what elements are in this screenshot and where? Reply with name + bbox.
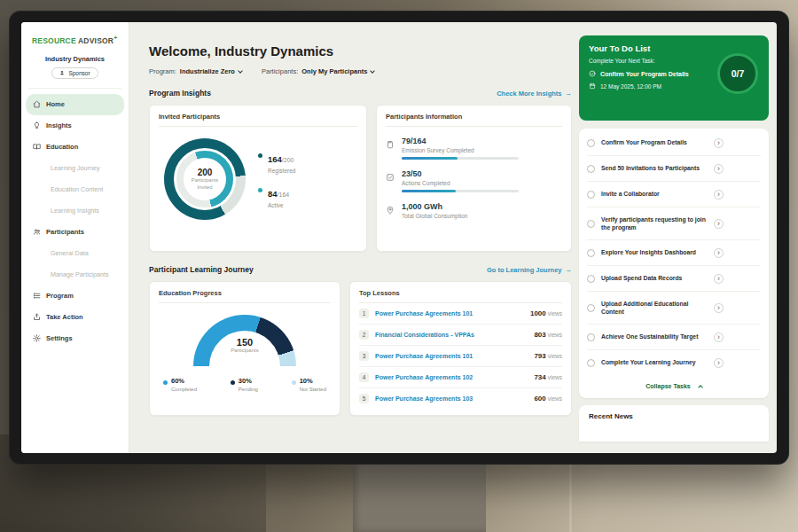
chevron-right-icon[interactable]: › (714, 358, 724, 368)
checkbox-icon[interactable] (587, 304, 595, 312)
task-row-upload-educational-content[interactable]: Upload Additional Educational Content › (587, 292, 761, 325)
wall-seam (569, 465, 572, 532)
arrow-right-icon: → (566, 266, 573, 274)
checkbox-icon[interactable] (587, 249, 595, 257)
chevron-right-icon[interactable]: › (714, 332, 724, 342)
app-logo: RESOURCE ADVISOR+ (21, 35, 129, 45)
sidebar-item-label: Settings (46, 334, 73, 342)
monitor-bezel: RESOURCE ADVISOR+ Industry Dynamics Spon… (9, 11, 789, 465)
people-icon (33, 228, 41, 236)
checkbox-icon[interactable] (587, 165, 595, 173)
card-title: Invited Participants (159, 113, 357, 127)
lesson-link[interactable]: Power Purchase Agreements 101 (375, 353, 528, 359)
sidebar-item-label: Learning Journey (51, 164, 100, 172)
legend-item-registered: 164/200 Registered (258, 150, 295, 174)
rank-badge: 4 (359, 372, 369, 382)
lesson-row: 4 Power Purchase Agreements 102 734views (359, 367, 562, 388)
task-row-invite-collaborator[interactable]: Invite a Collaborator › (587, 182, 761, 207)
chevron-right-icon[interactable]: › (714, 219, 724, 229)
check-square-icon (386, 169, 395, 192)
task-row-verify-participants[interactable]: Verify participants requesting to join t… (587, 207, 761, 240)
chevron-right-icon[interactable]: › (714, 190, 724, 200)
checkbox-icon[interactable] (587, 359, 595, 367)
chevron-right-icon[interactable]: › (714, 248, 724, 258)
chevron-right-icon[interactable]: › (714, 138, 724, 148)
legend-item-not-started: 10% Not Started (292, 377, 326, 392)
recent-news-card: Recent News (579, 405, 769, 442)
lesson-row: 3 Power Purchase Agreements 101 793views (359, 346, 562, 367)
todo-panel: Your To Do List Complete Your Next Task:… (579, 35, 769, 453)
sidebar-item-general-data[interactable]: General Data (21, 243, 129, 264)
todo-header-card: Your To Do List Complete Your Next Task:… (579, 35, 769, 121)
check-more-insights-link[interactable]: Check More Insights→ (497, 90, 572, 98)
sidebar-item-settings[interactable]: Settings (21, 328, 129, 349)
sponsor-badge: Sponsor (51, 67, 98, 79)
lesson-link[interactable]: Power Purchase Agreements 101 (375, 310, 524, 317)
todo-next-task[interactable]: Confirm Your Program Details (589, 70, 706, 77)
sidebar-item-home[interactable]: Home (26, 94, 124, 115)
sidebar-item-insights[interactable]: Insights (21, 115, 129, 137)
stat-emission-survey: 79/164 Emission Survey Completed (386, 137, 562, 160)
lesson-link[interactable]: Power Purchase Agreements 102 (375, 374, 528, 380)
donut-center-label: Participants Invited (189, 177, 221, 190)
task-row-achieve-sustainability-target[interactable]: Achieve One Sustainability Target › (587, 325, 761, 350)
sidebar-item-participants[interactable]: Participants (21, 222, 129, 243)
card-title: Education Progress (159, 289, 331, 303)
lesson-link[interactable]: Power Purchase Agreements 103 (375, 395, 528, 402)
task-row-upload-spend-data[interactable]: Upload Spend Data Records › (587, 266, 761, 292)
list-icon (33, 292, 41, 300)
chevron-right-icon[interactable]: › (714, 164, 724, 174)
arrow-right-icon: → (566, 90, 573, 98)
chevron-down-icon (238, 68, 243, 74)
checkbox-icon[interactable] (587, 333, 595, 341)
collapse-tasks-button[interactable]: Collapse Tasks (587, 375, 761, 396)
checkbox-icon[interactable] (587, 191, 595, 199)
gear-icon (33, 334, 41, 342)
task-row-confirm-program[interactable]: Confirm Your Program Details › (587, 130, 761, 156)
checkbox-icon[interactable] (587, 139, 595, 147)
participants-filter[interactable]: Participants:Only My Participants (262, 67, 374, 75)
action-icon (33, 313, 41, 321)
checkbox-icon[interactable] (587, 275, 595, 283)
sidebar-item-label: Home (46, 100, 65, 108)
todo-progress-ring: 0/7 (717, 53, 758, 94)
rank-badge: 1 (359, 309, 369, 318)
legend-dot (231, 380, 235, 385)
sidebar-item-learning-insights[interactable]: Learning Insights (21, 200, 129, 222)
go-to-learning-journey-link[interactable]: Go to Learning Journey→ (487, 266, 572, 274)
checkbox-icon[interactable] (587, 220, 595, 228)
sidebar-item-learning-journey[interactable]: Learning Journey (21, 158, 129, 179)
participants-filter-label: Participants: (262, 67, 298, 75)
task-row-explore-insights[interactable]: Explore Your Insights Dashboard › (587, 240, 761, 266)
sidebar-item-education[interactable]: Education (21, 137, 129, 158)
chevron-down-icon (371, 68, 376, 74)
legend-dot (163, 380, 168, 385)
lesson-row: 1 Power Purchase Agreements 101 1000view… (359, 303, 562, 325)
sidebar-item-manage-participants[interactable]: Manage Participants (21, 264, 129, 286)
gauge-center-label: Participants (193, 348, 296, 353)
sidebar-item-take-action[interactable]: Take Action (21, 307, 129, 328)
invited-donut-chart: 200 Participants Invited (164, 138, 246, 220)
legend-dot (258, 153, 262, 158)
legend-item-completed: 60% Completed (163, 377, 197, 392)
progress-bar (402, 190, 519, 192)
progress-bar (402, 157, 519, 160)
sidebar-item-program[interactable]: Program (21, 286, 129, 307)
chevron-right-icon[interactable]: › (714, 274, 724, 284)
logo-advisor: ADVISOR (78, 36, 113, 45)
clipboard-icon (386, 137, 395, 160)
program-filter[interactable]: Program:Industrialize Zero (149, 67, 242, 75)
chevron-right-icon[interactable]: › (714, 303, 724, 313)
lesson-link[interactable]: Financial Considerations - VPPAs (375, 332, 528, 338)
legend-item-pending: 30% Pending (231, 377, 258, 392)
sidebar-item-label: Manage Participants (51, 270, 109, 278)
lesson-row: 5 Power Purchase Agreements 103 600views (359, 388, 562, 409)
task-row-send-invitations[interactable]: Send 50 Invitations to Participants › (587, 156, 761, 182)
task-row-complete-learning-journey[interactable]: Complete Your Learning Journey › (587, 350, 761, 375)
legend-dot (258, 188, 262, 192)
sidebar-item-label: Education (46, 143, 78, 151)
sidebar-item-education-content[interactable]: Education Content (21, 179, 129, 200)
calendar-icon (589, 82, 596, 90)
recent-news-title: Recent News (589, 412, 633, 420)
chevron-up-icon (698, 385, 703, 390)
